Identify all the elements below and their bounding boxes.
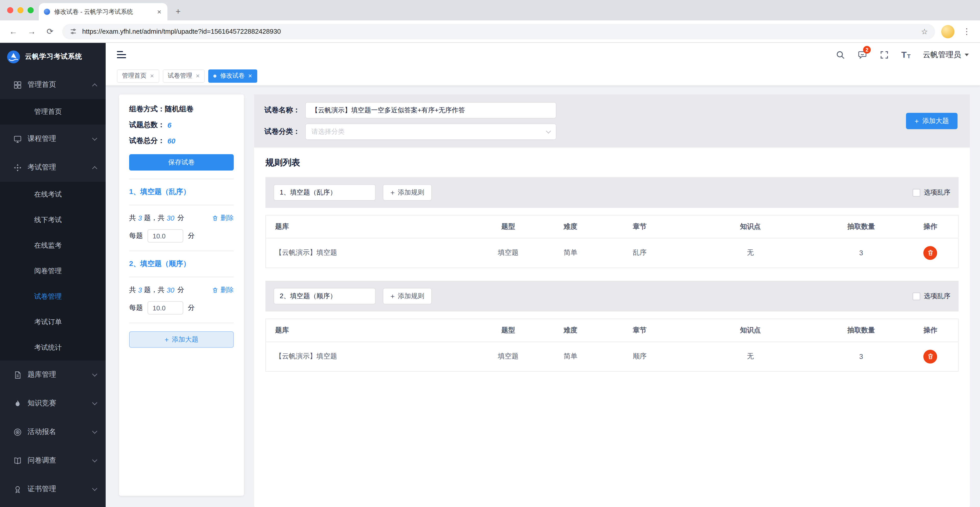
sidebar-subitem-online-proctor[interactable]: 在线监考 (0, 233, 106, 258)
sidebar-item-label: 知识竞赛 (27, 399, 87, 408)
tag-dashboard[interactable]: 管理首页 × (117, 69, 159, 83)
sidebar-subitem-label: 考试统计 (34, 343, 62, 352)
tag-close-icon[interactable]: × (196, 72, 200, 79)
section-2-title: 2、填空题（顺序） (129, 259, 234, 269)
paper-category-select[interactable]: 请选择分类 (305, 124, 556, 140)
add-section-button-sidebar[interactable]: + 添加大题 (129, 332, 234, 348)
address-bar[interactable]: https://exam.yfhl.net/admin/tmpl/upadte?… (62, 24, 935, 39)
browser-menu-icon[interactable]: ⋮ (961, 27, 973, 36)
screen: 修改试卷 - 云帆学习考试系统 × + ← → ⟳ https://exam.y… (0, 0, 980, 507)
add-section-button-main[interactable]: + 添加大题 (906, 113, 958, 129)
target-icon (13, 427, 22, 436)
menu-collapse-button[interactable] (117, 51, 126, 58)
sidebar-subitem-exam-orders[interactable]: 考试订单 (0, 309, 106, 335)
table-header-row: 题库 题型 难度 章节 知识点 抽取数量 操作 (266, 215, 958, 238)
plus-icon: + (390, 293, 395, 300)
dashboard-grid-icon (13, 80, 22, 89)
active-dot-icon (213, 74, 216, 77)
section-1-score-input[interactable] (148, 229, 183, 242)
back-icon[interactable]: ← (7, 27, 19, 36)
add-rule-button-2[interactable]: + 添加规则 (383, 288, 432, 304)
paper-name-input[interactable] (305, 102, 556, 118)
chevron-down-icon (92, 135, 97, 140)
per-question-unit: 分 (188, 303, 195, 312)
rule-2-name-input[interactable] (274, 288, 375, 304)
new-tab-button[interactable]: + (172, 5, 185, 18)
rule-card-2-header: + 添加规则 选项乱序 (266, 281, 959, 311)
sidebar-subitem-paper-management[interactable]: 试卷管理 (0, 284, 106, 309)
chevron-down-icon (92, 371, 97, 376)
section-2-score-input[interactable] (148, 301, 183, 314)
tag-label: 修改试卷 (220, 72, 245, 80)
divider (129, 323, 234, 323)
sidebar-item-exams[interactable]: 考试管理 (0, 153, 106, 182)
stat-text: 题，共 (144, 214, 165, 223)
user-menu[interactable]: 云帆管理员 (923, 50, 969, 59)
sidebar-subitem-marking[interactable]: 阅卷管理 (0, 258, 106, 284)
rule-1-name-input[interactable] (274, 184, 375, 201)
logo-icon (6, 50, 21, 64)
paper-name-label: 试卷名称： (264, 106, 305, 115)
font-size-icon[interactable]: TT (901, 50, 911, 59)
sidebar-subitem-offline-exam[interactable]: 线下考试 (0, 207, 106, 233)
username: 云帆管理员 (923, 50, 961, 59)
cell-difficulty: 简单 (543, 238, 598, 268)
sidebar-item-quiz-contest[interactable]: 知识竞赛 (0, 389, 106, 418)
cell-actions (903, 341, 958, 371)
column-header: 题库 (266, 319, 474, 341)
messages-button[interactable]: 2 (858, 50, 867, 59)
sidebar-item-label: 证书管理 (27, 485, 87, 494)
delete-section-1-button[interactable]: 删除 (212, 214, 234, 223)
app-header: 2 TT 云帆管理员 (106, 43, 980, 66)
column-header: 操作 (903, 215, 958, 238)
sidebar-subitem-dashboard-home[interactable]: 管理首页 (0, 99, 106, 124)
window-controls (4, 0, 39, 21)
sidebar-item-certificates[interactable]: 证书管理 (0, 475, 106, 504)
sidebar-item-question-bank[interactable]: 题库管理 (0, 360, 106, 389)
add-rule-button-1[interactable]: + 添加规则 (383, 184, 432, 201)
plus-icon: + (165, 336, 169, 343)
delete-section-2-button[interactable]: 删除 (212, 285, 234, 295)
tag-close-icon[interactable]: × (248, 72, 252, 79)
chevron-down-icon (92, 486, 97, 491)
tag-edit-paper[interactable]: 修改试卷 × (208, 69, 257, 83)
sidebar-item-survey[interactable]: 问卷调查 (0, 446, 106, 475)
sidebar-subitem-exam-stats[interactable]: 考试统计 (0, 335, 106, 360)
tag-paper-management[interactable]: 试卷管理 × (162, 69, 205, 83)
site-settings-icon[interactable] (69, 27, 77, 35)
save-paper-button[interactable]: 保存试卷 (129, 154, 234, 171)
shuffle-options-checkbox-1[interactable]: 选项乱序 (913, 188, 950, 197)
delete-rule-button[interactable] (923, 350, 937, 364)
shuffle-label: 选项乱序 (924, 188, 950, 197)
paper-name-row: 试卷名称： (264, 102, 959, 118)
reload-icon[interactable]: ⟳ (44, 27, 56, 36)
cell-question-type: 填空题 (474, 238, 543, 268)
traffic-light-minimize[interactable] (18, 7, 24, 13)
per-question-label: 每题 (129, 231, 143, 241)
checkbox-icon[interactable] (913, 189, 920, 196)
traffic-light-zoom[interactable] (27, 7, 34, 13)
bookmark-star-icon[interactable]: ☆ (921, 27, 928, 36)
search-icon[interactable] (835, 50, 845, 59)
forward-icon[interactable]: → (25, 27, 38, 36)
tag-close-icon[interactable]: × (150, 72, 154, 79)
tab-close-icon[interactable]: × (156, 8, 162, 15)
sidebar-subitem-online-exam[interactable]: 在线考试 (0, 182, 106, 207)
shuffle-options-checkbox-2[interactable]: 选项乱序 (913, 292, 950, 301)
profile-avatar[interactable] (941, 25, 955, 38)
sidebar-item-courses[interactable]: 课程管理 (0, 124, 106, 153)
checkbox-icon[interactable] (913, 292, 920, 300)
score-total-value: 60 (167, 137, 175, 145)
add-rule-label: 添加规则 (398, 292, 424, 301)
fullscreen-icon[interactable] (880, 50, 889, 59)
sidebar-item-activity-signup[interactable]: 活动报名 (0, 418, 106, 446)
browser-tab[interactable]: 修改试卷 - 云帆学习考试系统 × (39, 3, 167, 21)
delete-rule-button[interactable] (923, 246, 937, 260)
page-content: 组卷方式： 随机组卷 试题总数： 6 试卷总分： 60 保存试卷 1、填空题（乱… (106, 86, 980, 507)
trash-icon (927, 353, 934, 360)
url-text[interactable]: https://exam.yfhl.net/admin/tmpl/upadte?… (82, 27, 916, 35)
sidebar: 云帆学习考试系统 管理首页 管理首页 课程管理 考 (0, 43, 106, 507)
sidebar-subitem-label: 线下考试 (34, 215, 62, 225)
traffic-light-close[interactable] (7, 7, 13, 13)
sidebar-item-dashboard[interactable]: 管理首页 (0, 70, 106, 99)
